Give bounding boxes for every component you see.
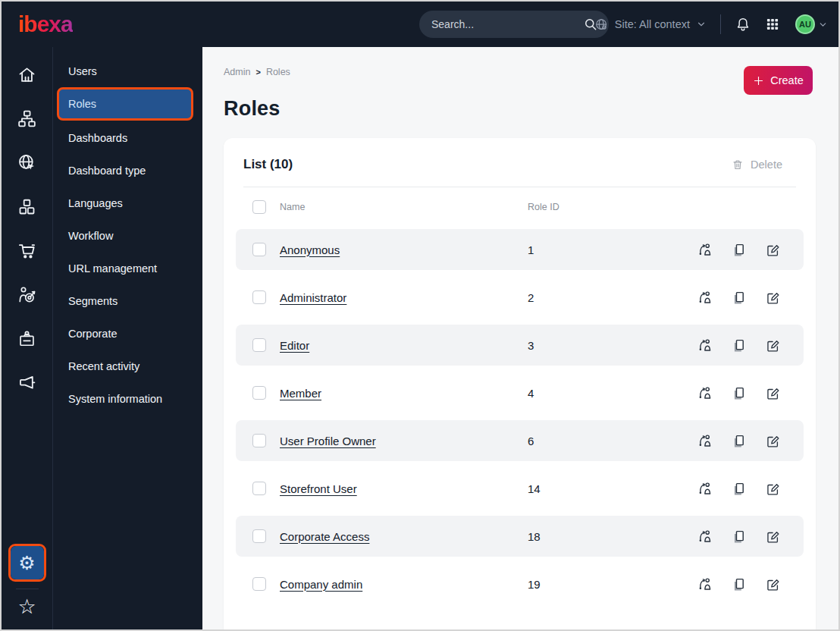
menu-item-url-management[interactable]: URL management xyxy=(59,252,190,284)
menu-item-languages[interactable]: Languages xyxy=(59,187,190,219)
create-button[interactable]: Create xyxy=(744,66,813,95)
assign-user-icon[interactable] xyxy=(697,529,713,544)
menu-item-corporate[interactable]: Corporate xyxy=(59,317,190,350)
row-checkbox[interactable] xyxy=(252,529,266,543)
copy-icon[interactable] xyxy=(732,290,747,305)
row-checkbox[interactable] xyxy=(252,577,266,591)
role-id-value: 4 xyxy=(528,387,697,400)
copy-icon[interactable] xyxy=(732,481,747,496)
role-name-link[interactable]: Company admin xyxy=(280,578,528,591)
site-context-icon[interactable] xyxy=(10,146,45,179)
edit-icon[interactable] xyxy=(766,433,781,448)
row-actions xyxy=(697,576,781,592)
notifications-bell-icon[interactable] xyxy=(735,14,754,34)
plus-icon xyxy=(753,75,764,86)
row-actions xyxy=(697,242,781,257)
row-actions xyxy=(697,385,781,400)
corporate-badge-icon[interactable] xyxy=(10,322,45,355)
chevron-down-icon xyxy=(696,19,707,30)
role-name-link[interactable]: Administrator xyxy=(280,291,528,304)
breadcrumb-item-roles[interactable]: Roles xyxy=(266,67,290,77)
user-avatar[interactable]: AU xyxy=(795,14,815,34)
edit-icon[interactable] xyxy=(766,529,781,544)
copy-icon[interactable] xyxy=(732,576,747,592)
copy-icon[interactable] xyxy=(732,529,747,544)
menu-item-workflow[interactable]: Workflow xyxy=(59,219,190,252)
menu-item-system-information[interactable]: System information xyxy=(59,382,190,415)
topbar-actions: Site: All context AU xyxy=(594,2,828,47)
create-button-label: Create xyxy=(770,74,804,86)
ibexa-logo[interactable]: ibexa xyxy=(18,13,73,36)
row-checkbox[interactable] xyxy=(252,243,266,256)
copy-icon[interactable] xyxy=(732,242,747,257)
copy-icon[interactable] xyxy=(732,433,747,448)
copy-icon[interactable] xyxy=(732,337,747,353)
delete-button-label: Delete xyxy=(751,159,782,171)
menu-item-users[interactable]: Users xyxy=(59,55,190,87)
row-actions xyxy=(697,481,781,496)
edit-icon[interactable] xyxy=(766,385,781,400)
site-context-selector[interactable]: Site: All context xyxy=(594,17,707,32)
user-menu[interactable]: AU xyxy=(795,14,828,34)
bookmarks-star-icon[interactable]: ☆ xyxy=(17,595,36,622)
personalization-icon[interactable] xyxy=(10,278,45,311)
role-id-value: 19 xyxy=(528,578,697,591)
edit-icon[interactable] xyxy=(766,290,781,305)
edit-icon[interactable] xyxy=(766,337,781,353)
marketing-megaphone-icon[interactable] xyxy=(10,366,45,399)
edit-icon[interactable] xyxy=(766,576,781,592)
site-context-label: Site: All context xyxy=(615,18,690,30)
row-checkbox[interactable] xyxy=(252,386,266,400)
main-icon-sidebar: ⚙ ☆ xyxy=(2,47,53,629)
app-grid-icon[interactable] xyxy=(765,14,785,34)
assign-user-icon[interactable] xyxy=(697,433,713,448)
menu-item-dashboards[interactable]: Dashboards xyxy=(59,121,190,154)
assign-user-icon[interactable] xyxy=(697,290,713,305)
row-checkbox[interactable] xyxy=(252,290,266,304)
card-divider xyxy=(243,187,796,187)
roles-list-card: List (10) Delete Name Role ID Anony xyxy=(224,138,816,629)
role-name-link[interactable]: User Profile Owner xyxy=(280,435,528,447)
edit-icon[interactable] xyxy=(766,481,781,496)
search-input[interactable] xyxy=(431,18,583,30)
role-name-link[interactable]: Editor xyxy=(280,339,528,352)
breadcrumb-item-admin[interactable]: Admin xyxy=(224,67,250,77)
row-checkbox[interactable] xyxy=(252,434,266,447)
global-search[interactable] xyxy=(419,11,609,38)
settings-gear-icon[interactable]: ⚙ xyxy=(11,546,44,579)
breadcrumb-separator: > xyxy=(255,67,260,77)
table-row: Administrator 2 xyxy=(236,277,804,318)
menu-item-roles[interactable]: Roles xyxy=(57,87,193,121)
role-name-link[interactable]: Anonymous xyxy=(280,243,528,256)
menu-item-segments[interactable]: Segments xyxy=(59,284,190,317)
page-title: Roles xyxy=(224,97,816,121)
site-tree-icon[interactable] xyxy=(10,102,45,135)
assign-user-icon[interactable] xyxy=(697,385,713,400)
assign-user-icon[interactable] xyxy=(697,481,713,496)
row-checkbox[interactable] xyxy=(252,338,266,352)
assign-user-icon[interactable] xyxy=(697,337,713,353)
role-id-value: 2 xyxy=(528,291,697,304)
menu-item-recent-activity[interactable]: Recent activity xyxy=(59,350,190,382)
table-row: Anonymous 1 xyxy=(236,229,804,270)
menu-item-dashboard-type[interactable]: Dashboard type xyxy=(59,154,190,187)
column-header-name: Name xyxy=(280,202,528,212)
edit-icon[interactable] xyxy=(766,242,781,257)
row-checkbox[interactable] xyxy=(252,482,266,495)
chevron-down-icon xyxy=(818,20,828,30)
role-name-link[interactable]: Member xyxy=(280,387,528,400)
assign-user-icon[interactable] xyxy=(697,242,713,257)
role-id-value: 18 xyxy=(528,530,697,543)
delete-button[interactable]: Delete xyxy=(732,159,782,171)
home-icon[interactable] xyxy=(10,58,45,91)
table-row: Company admin 19 xyxy=(236,564,804,604)
commerce-cart-icon[interactable] xyxy=(10,234,45,267)
select-all-checkbox[interactable] xyxy=(252,200,266,214)
product-catalog-icon[interactable] xyxy=(10,190,45,223)
row-actions xyxy=(697,529,781,544)
copy-icon[interactable] xyxy=(732,385,747,400)
assign-user-icon[interactable] xyxy=(697,576,713,592)
role-name-link[interactable]: Corporate Access xyxy=(280,530,528,543)
main-content: Admin>Roles Create Roles List (10) Delet… xyxy=(202,47,838,629)
role-name-link[interactable]: Storefront User xyxy=(280,482,528,495)
